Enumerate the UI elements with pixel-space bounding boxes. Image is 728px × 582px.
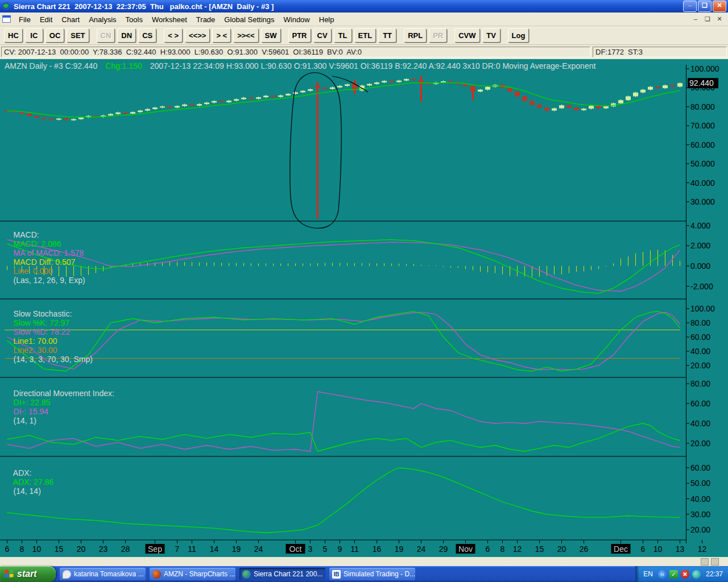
svg-text:5: 5: [323, 544, 328, 554]
messenger-tray-icon[interactable]: [692, 570, 701, 579]
restore-button[interactable]: [698, 1, 712, 12]
status-df-field: DF:1772 ST:3: [593, 47, 727, 57]
mdi-close-button[interactable]: [714, 15, 725, 24]
dmi-params: (14, 1): [14, 416, 36, 425]
mdi-child-icon[interactable]: [2, 15, 11, 23]
resize-grip-icon[interactable]: [701, 558, 709, 566]
toolbar-button-pr[interactable]: PR: [429, 28, 447, 43]
mdi-restore-button[interactable]: [702, 15, 713, 24]
toolbar-button-dn[interactable]: DN: [117, 28, 136, 43]
menu-edit[interactable]: Edit: [35, 14, 57, 26]
svg-text:30.000: 30.000: [690, 197, 715, 206]
chart-area[interactable]: 100.00090.00080.00070.00060.00050.00040.…: [0, 59, 728, 557]
macd-value: MACD: 2.086: [14, 239, 61, 248]
ema-line: [7, 82, 680, 117]
svg-text:19: 19: [232, 544, 241, 554]
dmi-axis: 80.0060.0040.0020.00: [686, 379, 710, 448]
app-globe-icon: [2, 2, 11, 11]
toolbar-button-cn[interactable]: CN: [97, 28, 115, 43]
svg-text:50.00: 50.00: [690, 479, 710, 488]
toolbar-button-nav20[interactable]: < >: [164, 28, 183, 43]
adx-value: ADX: 27.86: [13, 477, 54, 487]
toolbar-button-cv[interactable]: CV: [313, 28, 332, 43]
macd-axis: 4.0002.0000.000-2.000: [686, 221, 713, 291]
minimize-button[interactable]: [683, 1, 697, 12]
toolbar-button-oc[interactable]: OC: [46, 28, 65, 43]
start-button[interactable]: start: [0, 566, 56, 582]
toolbar-button-cs[interactable]: CS: [138, 28, 156, 43]
svg-text:11: 11: [188, 544, 196, 554]
svg-text:16: 16: [373, 544, 382, 554]
toolbar-button-log[interactable]: Log: [508, 28, 530, 43]
antivirus-tray-icon[interactable]: [669, 570, 678, 579]
svg-text:-2.000: -2.000: [690, 282, 713, 291]
toolbar-button-tt[interactable]: TT: [378, 28, 396, 43]
svg-text:26: 26: [580, 544, 589, 554]
menu-global-settings[interactable]: Global Settings: [220, 14, 279, 26]
toolbar-button-cvw[interactable]: CVW: [454, 28, 479, 43]
menu-chart[interactable]: Chart: [57, 14, 84, 26]
svg-text:8: 8: [20, 544, 24, 554]
toolbar-button-tv[interactable]: TV: [482, 28, 500, 43]
svg-text:Oct: Oct: [289, 544, 302, 554]
status-bar: CV: 2007-12-13 00:00:00 Y:78.336 C:92.44…: [0, 45, 728, 59]
macd-diff-value: MACD Diff: 0.507: [14, 257, 76, 267]
taskbar-task-1[interactable]: AMZN - SharpCharts ...: [150, 568, 235, 580]
dmi-plus-value: DI+: 22.85: [14, 398, 51, 407]
menu-file[interactable]: File: [14, 14, 35, 26]
adx-params: (14, 14): [14, 487, 41, 496]
menu-worksheet[interactable]: Worksheet: [147, 14, 192, 26]
svg-text:12: 12: [513, 544, 522, 554]
clock[interactable]: 22:37: [706, 570, 723, 578]
date-axis: 681015202328Sep711141924Oct3591116192429…: [5, 540, 707, 554]
svg-text:8: 8: [500, 544, 505, 554]
svg-text:20.00: 20.00: [690, 439, 710, 448]
toolbar-button-ptr[interactable]: PTR: [288, 28, 311, 43]
toolbar-button-nav23[interactable]: >><<: [233, 28, 258, 43]
svg-text:2.000: 2.000: [690, 241, 710, 250]
svg-text:20.00: 20.00: [690, 525, 710, 534]
mdi-minimize-button[interactable]: [690, 15, 701, 24]
svg-text:60.00: 60.00: [690, 463, 710, 472]
windows-flag-icon: [4, 569, 14, 579]
taskbar-task-3[interactable]: IBSimulated Trading - D...: [329, 568, 415, 580]
chart-header-values: 2007-12-13 22:34:09 H:93.000 L:90.630 O:…: [150, 61, 596, 70]
toolbar-button-ic[interactable]: IC: [25, 28, 43, 43]
toolbar-button-nav21[interactable]: <<>>: [185, 28, 210, 43]
hidden-icons-chevron-icon[interactable]: [658, 570, 667, 579]
toolbar-button-set[interactable]: SET: [67, 28, 89, 43]
taskbar-task-2[interactable]: Sierra Chart 221 200...: [239, 568, 325, 580]
toolbar-button-tl[interactable]: TL: [334, 28, 352, 43]
adx-name: ADX:: [13, 468, 32, 477]
svg-text:Sep: Sep: [148, 544, 162, 554]
menu-help[interactable]: Help: [315, 14, 339, 26]
menu-tools[interactable]: Tools: [121, 14, 147, 26]
svg-text:50.000: 50.000: [690, 159, 715, 168]
menu-trade[interactable]: Trade: [192, 14, 220, 26]
ib-icon: IB: [332, 570, 341, 579]
svg-text:30.00: 30.00: [690, 510, 710, 519]
toolbar-button-rpl[interactable]: RPL: [404, 28, 427, 43]
task-label: Sierra Chart 221 200...: [254, 570, 322, 578]
language-indicator[interactable]: EN: [643, 570, 653, 578]
svg-text:80.00: 80.00: [690, 379, 710, 388]
svg-text:100.000: 100.000: [690, 64, 719, 73]
resize-grip-icon[interactable]: [711, 558, 719, 566]
toolbar-button-hc[interactable]: HC: [4, 28, 23, 43]
security-alert-shield-icon[interactable]: [681, 570, 689, 579]
browser-icon: [152, 570, 161, 579]
toolbar-button-etl[interactable]: ETL: [354, 28, 377, 43]
menu-analysis[interactable]: Analysis: [84, 14, 121, 26]
chat-icon: [63, 570, 71, 579]
menu-window[interactable]: Window: [279, 14, 315, 26]
close-button[interactable]: [713, 1, 726, 12]
chart-header-symbol: AMZN Daily - #3 C:92.440: [5, 61, 97, 70]
panel-dividers: [0, 65, 686, 543]
taskbar-task-0[interactable]: katarina Tomasikova ...: [60, 568, 146, 580]
toolbar-button-nav22[interactable]: > <: [212, 28, 231, 43]
adx-line: [7, 468, 680, 533]
toolbar-button-sw[interactable]: SW: [261, 28, 281, 43]
last-price-box: 92.440: [688, 78, 718, 88]
dmi-study-label: Directional Movement Index: DI+: 22.85 D…: [5, 380, 120, 434]
svg-text:12: 12: [698, 544, 707, 554]
